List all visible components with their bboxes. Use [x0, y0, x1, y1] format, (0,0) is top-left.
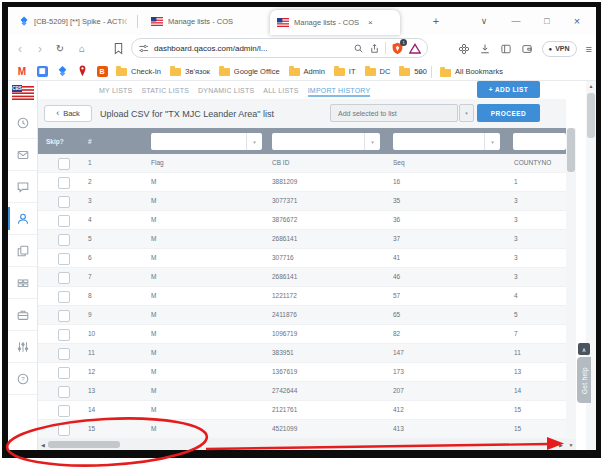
sidebar-item-mail[interactable] [8, 139, 37, 171]
browser-tab-manage-lists-active[interactable]: Manage lists - COS × [270, 10, 400, 35]
forward-icon[interactable]: › [32, 35, 48, 62]
back-button[interactable]: ‹Back [44, 105, 92, 122]
add-selected-dropdown-arrow[interactable]: ▾ [459, 104, 474, 122]
horizontal-scroll-thumb[interactable] [48, 441, 120, 448]
minimize-button[interactable]: — [508, 7, 524, 35]
skip-checkbox[interactable] [58, 234, 70, 246]
table-vertical-scroll-thumb[interactable] [567, 128, 575, 172]
download-icon[interactable] [479, 43, 491, 55]
sidebar-item-filters[interactable] [8, 331, 37, 363]
add-selected-dropdown[interactable]: Add selected to list [330, 104, 458, 122]
bookmarks-overflow-icon[interactable]: » [418, 67, 423, 77]
scroll-down-icon[interactable]: ▼ [566, 439, 576, 450]
all-bookmarks[interactable]: All Bookmarks [440, 67, 503, 77]
jira-bookmark-icon[interactable] [56, 65, 68, 77]
triangle-extension-icon[interactable] [409, 43, 421, 54]
maximize-button[interactable]: □ [539, 7, 555, 35]
app-nav-tab-static-lists[interactable]: STATIC LISTS [141, 87, 189, 94]
bookmark-folder[interactable]: Зв'язок [170, 66, 210, 76]
cell-flag: M [151, 192, 156, 210]
wallet-icon[interactable] [521, 43, 533, 55]
sidebar-item-copy[interactable] [8, 235, 37, 267]
skip-checkbox[interactable] [58, 367, 70, 379]
scroll-left-icon[interactable]: ◀ [38, 439, 48, 450]
bookmark-folder[interactable]: Admin [289, 66, 325, 76]
toolbar-right-group: ●VPN ≡ [458, 35, 592, 62]
zoom-search-icon[interactable] [353, 43, 364, 54]
skip-checkbox[interactable] [58, 291, 70, 303]
dropdown-arrow-icon[interactable]: ▾ [246, 133, 262, 150]
cell-row-number: 15 [88, 420, 95, 438]
filter-countyno[interactable] [513, 133, 566, 150]
cell-flag: M [151, 268, 156, 286]
proceed-button[interactable]: PROCEED [477, 104, 540, 122]
filter-flag[interactable]: ▾ [151, 133, 262, 150]
browser-tab-jira[interactable]: [CB-5209] [**] Spike - ACTION [12, 7, 134, 35]
add-list-button[interactable]: + ADD LIST [477, 81, 540, 98]
vpn-badge[interactable]: ●VPN [542, 41, 577, 57]
skip-checkbox[interactable] [58, 386, 70, 398]
scroll-up-icon[interactable]: ▲ [586, 81, 596, 91]
filter-seq[interactable]: ▾ [393, 133, 500, 150]
app-nav-tab-my-lists[interactable]: MY LISTS [99, 87, 132, 94]
shield-extension-icon[interactable]: 1 [391, 42, 404, 55]
skip-checkbox[interactable] [58, 253, 70, 265]
sidebar-item-help[interactable]: ? [8, 363, 37, 395]
skip-checkbox[interactable] [58, 348, 70, 360]
skip-checkbox[interactable] [58, 215, 70, 227]
share-icon[interactable] [369, 43, 380, 54]
tab-search-chevron-icon[interactable]: ∨ [476, 7, 492, 35]
get-help-tab[interactable]: Get help [577, 357, 591, 403]
skip-checkbox[interactable] [58, 424, 70, 436]
skip-checkbox[interactable] [58, 272, 70, 284]
new-tab-button[interactable]: + [428, 7, 444, 35]
home-icon[interactable]: ⌂ [74, 35, 90, 62]
bookmark-ribbon-icon[interactable] [110, 35, 126, 62]
table-vertical-scrollbar[interactable] [566, 128, 576, 439]
sidebar-item-archive[interactable] [8, 299, 37, 331]
skip-checkbox[interactable] [58, 329, 70, 341]
help-widget-chevron[interactable]: ∧ [578, 343, 590, 355]
close-window-button[interactable]: × [569, 7, 585, 35]
bitrix-bookmark-icon[interactable]: B [96, 65, 108, 77]
horizontal-scrollbar[interactable]: ◀ ▶ [38, 439, 566, 450]
sidebar-item-contacts-active[interactable] [8, 203, 37, 235]
browser-tab-manage-lists[interactable]: Manage lists - COS [144, 7, 252, 35]
app-bookmark-icon[interactable]: ▦ [36, 65, 48, 77]
bookmark-folder[interactable]: Google Office [219, 66, 280, 76]
bookmark-folder[interactable]: DC [365, 66, 391, 76]
url-text[interactable]: dashboard.qacos.com/admin/l... [154, 44, 267, 53]
address-bar[interactable]: dashboard.qacos.com/admin/l... 1 [131, 38, 428, 58]
pin-bookmark-icon[interactable] [76, 65, 88, 77]
filter-cb-id[interactable]: ▾ [272, 133, 380, 150]
dropdown-arrow-icon[interactable]: ▾ [364, 133, 380, 150]
dropdown-arrow-icon[interactable]: ▾ [484, 133, 500, 150]
sidebar-item-chat[interactable] [8, 171, 37, 203]
skip-checkbox[interactable] [58, 196, 70, 208]
cell-seq: 46 [393, 268, 400, 286]
app-nav-tab-all-lists[interactable]: ALL LISTS [263, 87, 298, 94]
folder-icon [170, 68, 181, 76]
bookmark-folder[interactable]: IT [334, 66, 356, 76]
skip-checkbox[interactable] [58, 158, 70, 170]
bookmark-folder[interactable]: Check-In [116, 66, 161, 76]
browser-vertical-scroll-thumb[interactable] [587, 93, 595, 138]
extensions-icon[interactable] [458, 43, 470, 55]
sidebar-item-cards[interactable] [8, 267, 37, 299]
cell-row-number: 4 [88, 211, 92, 229]
back-icon[interactable]: ‹ [12, 35, 28, 62]
app-nav-tab-import-history[interactable]: IMPORT HISTORY [308, 87, 371, 94]
sidebar-item-history[interactable] [8, 107, 37, 139]
sidebar-panel-icon[interactable] [500, 43, 512, 55]
reload-icon[interactable]: ↻ [52, 35, 68, 62]
app-nav-tab-dynamic-lists[interactable]: DYNAMIC LISTS [198, 87, 254, 94]
menu-icon[interactable]: ≡ [586, 43, 592, 55]
cell-countyno: 3 [514, 268, 518, 286]
skip-checkbox[interactable] [58, 177, 70, 189]
skip-checkbox[interactable] [58, 310, 70, 322]
site-settings-tune-icon[interactable] [138, 43, 149, 54]
scroll-right-icon[interactable]: ▶ [556, 439, 566, 450]
skip-checkbox[interactable] [58, 405, 70, 417]
tab-close-icon[interactable]: × [368, 18, 373, 27]
gmail-bookmark-icon[interactable]: M [16, 65, 28, 77]
